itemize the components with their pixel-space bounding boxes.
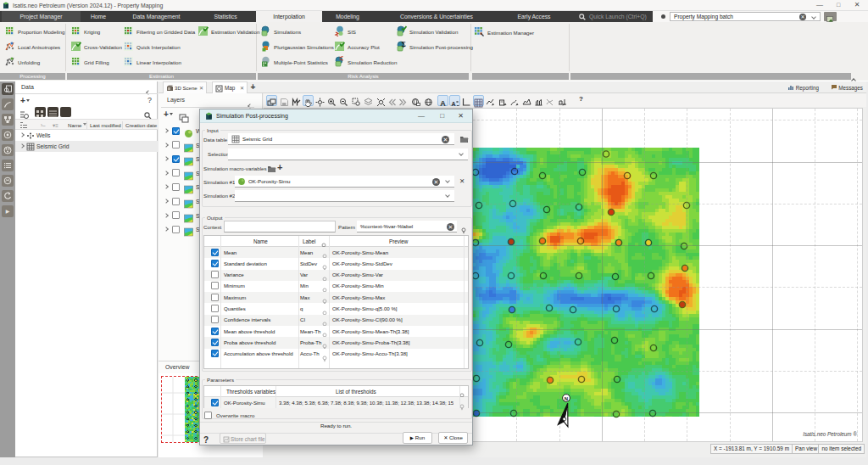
svg-text:N: N (565, 396, 568, 401)
svg-text:Σ: Σ (402, 41, 406, 48)
svg-text:A: A (451, 100, 455, 106)
svg-text:A: A (440, 99, 446, 108)
